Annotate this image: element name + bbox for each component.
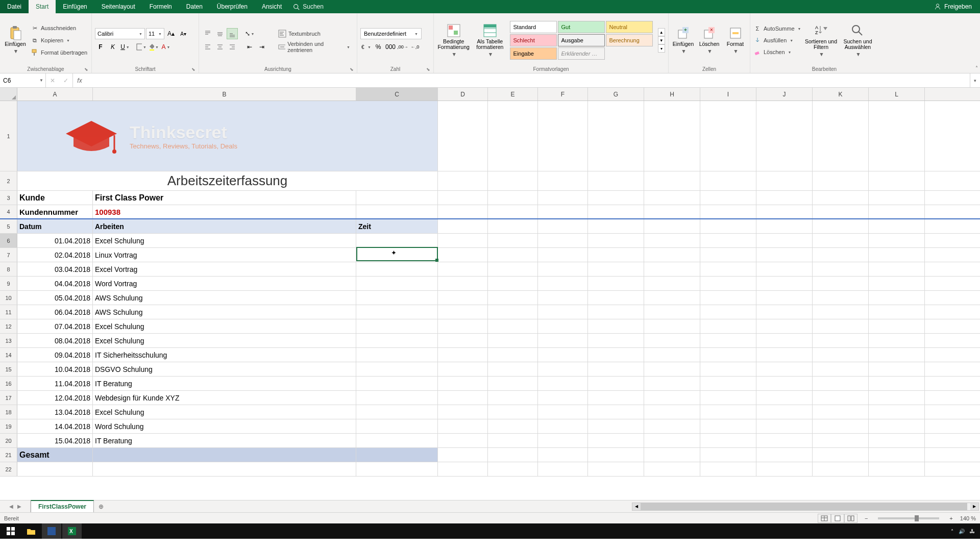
row-header-11[interactable]: 11 — [0, 305, 17, 319]
cell-arbeiten[interactable]: Excel Schulung — [93, 334, 356, 347]
cell-zeit[interactable] — [356, 362, 438, 376]
style-explanatory[interactable]: Erklärender … — [558, 47, 605, 60]
cell-zeit[interactable] — [356, 234, 438, 247]
row-header-10[interactable]: 10 — [0, 291, 17, 305]
align-left-button[interactable] — [202, 41, 213, 53]
formula-input[interactable] — [86, 73, 970, 87]
clear-button[interactable]: Löschen▼ — [753, 46, 801, 58]
cut-button[interactable]: ✂Ausschneiden — [31, 22, 87, 34]
cell-zeit[interactable] — [356, 277, 438, 290]
horizontal-scrollbar[interactable]: ◀▶ — [632, 503, 979, 511]
fx-icon[interactable]: fx — [73, 73, 86, 87]
col-zeit-header[interactable]: Zeit — [356, 219, 438, 233]
row-header-19[interactable]: 19 — [0, 419, 17, 433]
cell-arbeiten[interactable]: AWS Schulung — [93, 291, 356, 305]
row-header-2[interactable]: 2 — [0, 171, 17, 190]
decrease-font-button[interactable]: A▾ — [178, 28, 189, 39]
tab-start[interactable]: Start — [29, 0, 56, 13]
cell-arbeiten[interactable]: Excel Vortrag — [93, 262, 356, 276]
cell-datum[interactable]: 14.04.2018 — [17, 419, 93, 433]
row-header-13[interactable]: 13 — [0, 334, 17, 347]
zoom-in-button[interactable]: + — [949, 515, 952, 521]
tray-network-icon[interactable]: 🖧 — [970, 529, 975, 534]
row-header-15[interactable]: 15 — [0, 362, 17, 376]
underline-button[interactable]: U▼ — [119, 41, 131, 53]
insert-cells-button[interactable]: +Einfügen▼ — [672, 22, 695, 58]
row-header-7[interactable]: 7 — [0, 248, 17, 262]
row-header-22[interactable]: 22 — [0, 462, 17, 476]
taskbar-explorer[interactable] — [21, 523, 41, 539]
font-color-button[interactable]: A▼ — [160, 41, 172, 53]
decrease-indent-button[interactable]: ⇤ — [244, 41, 255, 53]
align-right-button[interactable] — [227, 41, 238, 53]
cell-zeit[interactable] — [356, 262, 438, 276]
zoom-out-button[interactable]: − — [865, 515, 868, 521]
spreadsheet-grid[interactable]: A B C D E F G H I J K L 1 Thinksecret — [0, 88, 980, 500]
cell-arbeiten[interactable]: Linux Vortrag — [93, 248, 356, 262]
borders-button[interactable]: ▼ — [136, 41, 147, 53]
cell-datum[interactable]: 13.04.2018 — [17, 405, 93, 419]
row-header-3[interactable]: 3 — [0, 191, 17, 205]
cell-zeit[interactable] — [356, 291, 438, 305]
kunde-label[interactable]: Kunde — [17, 191, 93, 205]
col-header-C[interactable]: C — [356, 88, 438, 101]
cell-datum[interactable]: 07.04.2018 — [17, 319, 93, 333]
cell-datum[interactable]: 05.04.2018 — [17, 291, 93, 305]
align-center-button[interactable] — [214, 41, 226, 53]
cell-datum[interactable]: 10.04.2018 — [17, 362, 93, 376]
kdnr-label[interactable]: Kundennummer — [17, 205, 93, 218]
number-format-select[interactable]: Benutzerdefiniert▼ — [360, 28, 422, 39]
row-header-18[interactable]: 18 — [0, 405, 17, 419]
col-header-K[interactable]: K — [813, 88, 869, 101]
style-input[interactable]: Eingabe — [510, 47, 557, 60]
clipboard-dialog-launcher[interactable]: ⬊ — [84, 67, 88, 72]
decrease-decimal-button[interactable]: ←,0 — [409, 41, 421, 53]
cell-datum[interactable]: 15.04.2018 — [17, 434, 93, 447]
col-header-H[interactable]: H — [644, 88, 700, 101]
row-header-1[interactable]: 1 — [0, 101, 17, 171]
copy-button[interactable]: ⧉Kopieren▼ — [31, 35, 87, 46]
cell-arbeiten[interactable]: Excel Schulung — [93, 319, 356, 333]
col-header-J[interactable]: J — [756, 88, 813, 101]
bold-button[interactable]: F — [95, 41, 106, 53]
kdnr-value[interactable]: 100938 — [93, 205, 356, 218]
expand-formula-bar[interactable]: ▾ — [970, 73, 980, 87]
sheet-tab-active[interactable]: FirstClassPower — [31, 500, 94, 512]
tab-review[interactable]: Überprüfen — [210, 0, 255, 13]
row-header-14[interactable]: 14 — [0, 348, 17, 362]
total-label[interactable]: Gesamt — [17, 448, 93, 462]
cell-zeit[interactable] — [356, 248, 438, 262]
sheet-nav-prev[interactable]: ◀ — [9, 504, 13, 509]
cell-datum[interactable]: 12.04.2018 — [17, 391, 93, 405]
row-header-20[interactable]: 20 — [0, 434, 17, 447]
cell-arbeiten[interactable]: AWS Schulung — [93, 305, 356, 319]
view-pagebreak-button[interactable] — [844, 514, 857, 523]
start-button[interactable] — [1, 523, 20, 539]
cell-styles-gallery[interactable]: Standard Gut Neutral Schlecht Ausgabe Be… — [510, 21, 653, 60]
increase-indent-button[interactable]: ⇥ — [256, 41, 267, 53]
kunde-value[interactable]: First Class Power — [93, 191, 356, 205]
thousands-button[interactable]: 000 — [385, 41, 396, 53]
paste-button[interactable]: Einfügen▼ — [3, 22, 28, 58]
tab-insert[interactable]: Einfügen — [56, 0, 94, 13]
row-header-9[interactable]: 9 — [0, 277, 17, 290]
cell-datum[interactable]: 11.04.2018 — [17, 377, 93, 390]
collapse-ribbon-button[interactable]: ˄ — [975, 65, 978, 71]
tab-view[interactable]: Ansicht — [255, 0, 289, 13]
zoom-level[interactable]: 140 % — [960, 515, 976, 521]
styles-scroll-up[interactable]: ▲ — [658, 28, 666, 36]
cell-zeit[interactable] — [356, 334, 438, 347]
cell-arbeiten[interactable]: IT Beratung — [93, 377, 356, 390]
cell-datum[interactable]: 02.04.2018 — [17, 248, 93, 262]
zoom-slider[interactable] — [878, 517, 939, 519]
name-box[interactable]: C6▼ — [0, 73, 46, 87]
row-header-16[interactable]: 16 — [0, 377, 17, 390]
format-painter-button[interactable]: Format übertragen — [31, 47, 87, 58]
view-normal-button[interactable] — [818, 514, 831, 523]
cell-datum[interactable]: 04.04.2018 — [17, 277, 93, 290]
accept-formula-button[interactable]: ✓ — [59, 77, 72, 84]
col-header-E[interactable]: E — [488, 88, 538, 101]
row-header-17[interactable]: 17 — [0, 391, 17, 405]
cell-zeit[interactable] — [356, 434, 438, 447]
tray-volume-icon[interactable]: 🔊 — [959, 529, 965, 534]
